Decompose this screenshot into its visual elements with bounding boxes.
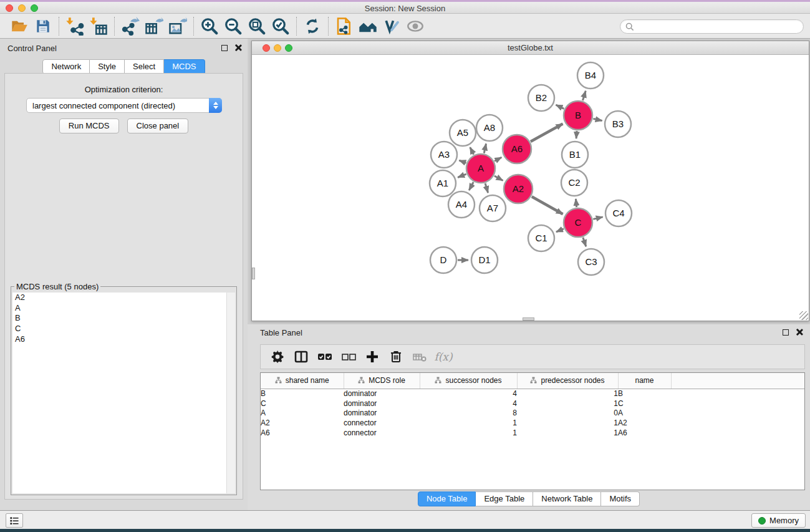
edge-B-B4[interactable]	[582, 91, 586, 100]
tab-select[interactable]: Select	[125, 59, 164, 74]
close-panel-button[interactable]: Close panel	[127, 118, 189, 133]
tab-network[interactable]: Network	[42, 59, 90, 74]
node-C[interactable]: C	[564, 208, 592, 237]
run-mcds-button[interactable]: Run MCDS	[59, 118, 119, 133]
node-C1[interactable]: C1	[528, 225, 554, 251]
cell[interactable]: C	[618, 399, 671, 409]
close-panel-icon[interactable]	[234, 44, 241, 51]
cell[interactable]: A2	[261, 418, 344, 428]
edge-A-A7[interactable]	[485, 183, 488, 193]
node-A[interactable]: A	[466, 154, 495, 183]
table-header-row[interactable]: shared nameMCDS rolesuccessor nodesprede…	[261, 373, 804, 389]
node-D1[interactable]: D1	[471, 247, 498, 273]
cell[interactable]: A	[261, 408, 344, 418]
edge-C-C2[interactable]	[576, 199, 576, 207]
cell[interactable]: 1	[517, 389, 618, 399]
open-session-button[interactable]	[7, 16, 31, 37]
node-C2[interactable]: C2	[561, 170, 587, 196]
node-A2[interactable]: A2	[504, 175, 533, 203]
result-item[interactable]: C	[12, 324, 235, 334]
network-canvas[interactable]: B4B2BB3A5A8A6A3B1AA1C2A2A4A7C4CC1C3DD1	[252, 56, 809, 321]
edge-B-B2[interactable]	[556, 105, 564, 109]
cell[interactable]: 0	[517, 408, 618, 418]
node-B4[interactable]: B4	[577, 62, 604, 89]
vizmapper-button[interactable]	[380, 16, 403, 37]
cell[interactable]: dominator	[344, 399, 420, 409]
cell[interactable]: 1	[517, 399, 618, 409]
table-settings-button[interactable]	[266, 346, 289, 367]
result-item[interactable]: A2	[12, 293, 235, 303]
result-scrollbar[interactable]	[226, 293, 235, 493]
zoom-selected-button[interactable]	[269, 16, 292, 37]
canvas-bottom-handle[interactable]	[523, 317, 534, 321]
column-header-predecessor-nodes[interactable]: predecessor nodes	[517, 373, 618, 389]
export-network-button[interactable]	[118, 16, 142, 37]
home-button[interactable]	[356, 16, 380, 37]
result-item[interactable]: A	[12, 303, 235, 314]
cell[interactable]: 1	[517, 418, 618, 428]
zoom-out-button[interactable]	[221, 16, 245, 37]
edge-A-A1[interactable]	[458, 174, 466, 177]
network-window-titlebar[interactable]: testGlobe.txt	[252, 41, 809, 55]
node-B2[interactable]: B2	[528, 85, 554, 111]
add-column-button[interactable]	[360, 346, 384, 367]
save-session-button[interactable]	[31, 16, 55, 37]
close-panel-icon[interactable]	[796, 329, 803, 336]
cell[interactable]: dominator	[344, 408, 420, 418]
window-resize-grip[interactable]	[799, 311, 808, 320]
edge-B-B3[interactable]	[593, 118, 602, 120]
table-row[interactable]: Bdominator41B	[261, 389, 804, 399]
node-A4[interactable]: A4	[448, 191, 475, 218]
select-all-button[interactable]	[313, 346, 337, 367]
export-image-button[interactable]	[166, 16, 190, 37]
node-A5[interactable]: A5	[450, 120, 476, 146]
result-item[interactable]: A6	[12, 334, 235, 344]
cell[interactable]: A6	[618, 428, 671, 438]
canvas-left-handle[interactable]	[252, 268, 255, 279]
node-D[interactable]: D	[430, 247, 456, 273]
cell[interactable]: connector	[344, 428, 420, 438]
edge-C-C4[interactable]	[593, 217, 602, 220]
cell[interactable]: B	[618, 389, 671, 399]
edge-A6-B[interactable]	[531, 124, 563, 142]
node-A3[interactable]: A3	[431, 142, 457, 168]
show-hide-button[interactable]	[403, 16, 427, 37]
edge-A2-C[interactable]	[532, 196, 563, 214]
zoom-in-button[interactable]	[198, 16, 221, 37]
edge-A-A3[interactable]	[459, 160, 466, 163]
tab-motifs[interactable]: Motifs	[601, 491, 640, 506]
node-attribute-table[interactable]: shared nameMCDS rolesuccessor nodesprede…	[260, 372, 805, 490]
deselect-all-button[interactable]	[337, 346, 360, 367]
delete-table-button[interactable]	[408, 346, 432, 367]
import-table-button[interactable]	[87, 16, 110, 37]
refresh-button[interactable]	[301, 16, 324, 37]
node-C4[interactable]: C4	[605, 200, 632, 226]
tab-edge-table[interactable]: Edge Table	[476, 491, 533, 506]
node-A1[interactable]: A1	[430, 170, 456, 196]
search-input[interactable]	[637, 22, 803, 31]
zoom-fit-button[interactable]	[245, 16, 269, 37]
table-row[interactable]: A2connector11A2	[261, 418, 804, 428]
cell[interactable]: connector	[344, 418, 420, 428]
function-builder-button[interactable]: f(x)	[432, 346, 455, 367]
cell[interactable]: C	[261, 399, 344, 409]
float-panel-icon[interactable]	[221, 45, 228, 51]
column-header-MCDS-role[interactable]: MCDS role	[344, 373, 420, 389]
column-header-name[interactable]: name	[618, 373, 671, 389]
export-table-button[interactable]	[142, 16, 166, 37]
import-network-button[interactable]	[63, 16, 87, 37]
edge-C-C3[interactable]	[583, 238, 586, 247]
edge-A-A8[interactable]	[484, 143, 486, 153]
node-A6[interactable]: A6	[503, 135, 531, 163]
search-field[interactable]	[620, 19, 804, 34]
column-visibility-button[interactable]	[289, 346, 313, 367]
tab-node-table[interactable]: Node Table	[418, 491, 476, 506]
cell[interactable]: 1	[517, 428, 618, 438]
delete-column-button[interactable]	[384, 346, 408, 367]
tab-mcds[interactable]: MCDS	[164, 59, 205, 74]
table-row[interactable]: Adominator80A	[261, 408, 804, 418]
edge-A-A4[interactable]	[469, 182, 473, 190]
node-A7[interactable]: A7	[480, 195, 506, 221]
cell[interactable]: 4	[420, 389, 517, 399]
mcds-result-list[interactable]: A2ABCA6	[12, 293, 235, 493]
